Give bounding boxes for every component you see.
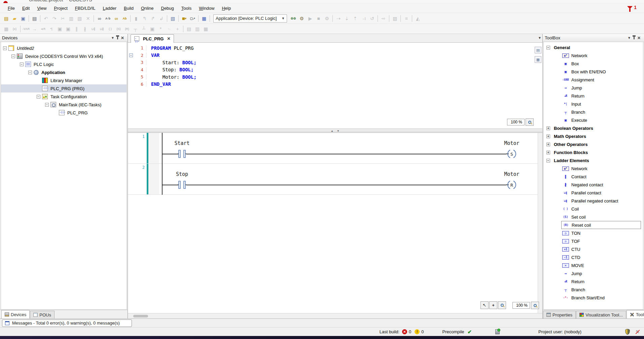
section-expander-icon[interactable]: − <box>546 46 550 49</box>
tab-close-icon[interactable]: ✕ <box>166 36 170 41</box>
zoom-tool-button[interactable] <box>498 301 506 309</box>
ladder-contact[interactable] <box>178 180 186 191</box>
menu-item-view[interactable]: View <box>33 4 50 12</box>
build-icon[interactable]: ▦ <box>200 14 208 23</box>
tree-item-task-configuration[interactable]: −Task Configuration <box>1 92 127 101</box>
replace-icon[interactable]: A·b <box>104 14 112 23</box>
toolbox-item-execute[interactable]: ▣Execute <box>561 116 641 124</box>
code-line[interactable]: 6END_VAR <box>128 81 542 88</box>
project-user-label[interactable]: Project user: (nobody) <box>538 329 581 334</box>
pan-tool-button[interactable]: + <box>489 301 497 309</box>
contact-variable-label[interactable]: Stop <box>176 171 188 177</box>
select-tool-button[interactable]: ↖ <box>480 301 489 309</box>
tree-item-application[interactable]: −Application <box>1 68 127 76</box>
menu-item-fbd-ld-il[interactable]: FBD/LD/IL <box>71 4 99 12</box>
toolbox-item-return[interactable]: ◄RReturn <box>561 92 641 100</box>
toolbox-item-parallel-negated-contact[interactable]: ⊔∦Parallel negated contact <box>561 197 641 205</box>
menu-item-debug[interactable]: Debug <box>157 4 178 12</box>
sidebar-tab-properties[interactable]: Properties <box>543 311 576 318</box>
ladder-editor[interactable]: 1StartSMotor2StopRMotor ↖ + 100 % <box>128 133 542 313</box>
toolbox-close-icon[interactable]: ✕ <box>636 35 642 41</box>
tree-item-maintask-iec-tasks[interactable]: −MainTask (IEC-Tasks) <box>1 101 127 109</box>
toolbox-section-ladder-elements[interactable]: −Ladder Elements <box>544 156 643 164</box>
section-expander-icon[interactable]: + <box>546 151 550 154</box>
paste-clipboard-icon[interactable]: ▧ <box>169 14 177 23</box>
tree-expander-icon[interactable]: − <box>11 54 15 58</box>
toolbox-item-reset-coil[interactable]: (R)Reset coil <box>561 221 641 229</box>
menu-item-tools[interactable]: Tools <box>178 4 195 12</box>
menu-item-file[interactable]: File <box>4 4 19 12</box>
toolbox-item-ctd[interactable]: -1CTD <box>561 253 641 261</box>
tree-item-library-manager[interactable]: Library Manager <box>1 76 127 84</box>
devices-close-icon[interactable]: ✕ <box>119 35 126 41</box>
save-project-icon[interactable]: ▣ <box>19 14 27 23</box>
toolbox-section-function-blocks[interactable]: +Function Blocks <box>544 148 643 156</box>
tree-item-plc-prg[interactable]: PLC_PRG <box>1 109 127 117</box>
toolbox-item-jump[interactable]: →Jump <box>561 84 641 92</box>
toolbox-item-parallel-contact[interactable]: ⊔∥Parallel contact <box>561 189 641 197</box>
menu-item-project[interactable]: Project <box>50 4 71 12</box>
messages-bar[interactable]: Messages - Total 0 error(s), 0 warning(s… <box>2 319 132 327</box>
toolbox-item-box-with-en-eno[interactable]: ▣Box with EN/ENO <box>561 68 641 76</box>
toolbox-item-negated-contact[interactable]: ∦Negated contact <box>561 181 641 189</box>
declaration-editor[interactable]: 1PROGRAM PLC_PRG−2VAR3 Start: BOOL;4 Sto… <box>128 43 542 129</box>
toolbox-item-box[interactable]: ▣Box <box>561 60 641 68</box>
decl-view-button[interactable]: ▤ <box>535 47 541 53</box>
tree-expander-icon[interactable]: − <box>28 71 32 74</box>
section-expander-icon[interactable]: + <box>546 143 550 146</box>
sidebar-tab-visualization-tool[interactable]: Visualization Tool... <box>576 311 626 318</box>
tab-list-dropdown-icon[interactable]: ▼ <box>538 36 541 40</box>
toolbox-item-network[interactable]: ▦*Network <box>561 164 641 173</box>
tree-item-device-codesys-control-win-v3-x64[interactable]: −Device (CODESYS Control Win V3 x64) <box>1 52 127 60</box>
toolbox-pin-icon[interactable] <box>634 36 635 39</box>
new-object-icon[interactable]: ▦▾ <box>180 14 188 23</box>
ladder-horizontal-scrollbar[interactable] <box>128 313 542 318</box>
toolbox-item-jump[interactable]: →Jump <box>561 269 641 277</box>
compile-status-icon[interactable] <box>495 329 500 334</box>
ladder-zoom-button[interactable] <box>531 302 539 309</box>
menu-item-help[interactable]: Help <box>218 4 235 12</box>
decl-options-button[interactable]: ▦ <box>535 56 541 63</box>
ladder-rung[interactable]: 1StartSMotor <box>128 133 542 164</box>
replace-in-project-icon[interactable]: Ab <box>120 14 129 23</box>
tree-expander-icon[interactable]: − <box>3 46 7 50</box>
menu-item-online[interactable]: Online <box>137 4 157 12</box>
section-expander-icon[interactable]: + <box>546 126 550 130</box>
tree-item-plc-prg-prg[interactable]: PLC_PRG (PRG) <box>1 84 127 92</box>
toolbox-item-ctu[interactable]: +1CTU <box>561 245 641 253</box>
editor-splitter[interactable]: ▲ ▼ <box>128 129 542 133</box>
menu-item-window[interactable]: Window <box>195 4 218 12</box>
code-line[interactable]: 5 Motor: BOOL; <box>128 73 542 81</box>
scrollbar-thumb[interactable] <box>133 315 148 317</box>
toolbox-item-branch[interactable]: ┬Branch <box>561 286 641 294</box>
notification-area[interactable]: 1 <box>627 5 637 10</box>
code-line[interactable]: −2VAR <box>128 52 542 59</box>
edit-object-icon[interactable]: ▢↗ <box>188 14 197 23</box>
code-line[interactable]: 1PROGRAM PLC_PRG <box>128 44 542 52</box>
code-line[interactable]: 4 Stop: BOOL; <box>128 66 542 74</box>
toolbox-item-contact[interactable]: ∥Contact <box>561 173 641 181</box>
menu-item-build[interactable]: Build <box>120 4 137 12</box>
sidebar-tab-toolbox[interactable]: ToolBox <box>627 310 644 318</box>
logout-icon[interactable]: ⚙ <box>297 14 306 23</box>
ladder-coil-r[interactable]: R <box>506 180 517 191</box>
login-icon[interactable]: ⚙⚙ <box>289 14 297 23</box>
toolbox-item-ton[interactable]: ◷TON <box>561 229 641 237</box>
toolbox-item-assignment[interactable]: -VARAssignment <box>561 76 641 84</box>
new-project-icon[interactable]: ▤ <box>2 14 10 23</box>
coil-variable-label[interactable]: Motor <box>504 171 519 177</box>
toolbox-section-general[interactable]: −General <box>544 43 643 51</box>
find-icon[interactable]: ∞ <box>95 14 104 23</box>
toolbox-item-tof[interactable]: ◶TOF <box>561 237 641 245</box>
menu-item-edit[interactable]: Edit <box>19 4 33 12</box>
section-expander-icon[interactable]: − <box>546 159 550 162</box>
tab-plc-prg[interactable]: PLC_PRG ✕ <box>131 34 174 43</box>
code-line[interactable]: 3 Start: BOOL; <box>128 59 542 66</box>
toolbox-dropdown-icon[interactable]: ▼ <box>626 35 632 41</box>
find-in-project-icon[interactable]: ∞ <box>112 14 120 23</box>
print-icon[interactable]: ▤ <box>30 14 39 23</box>
tree-item-untitled2[interactable]: −Untitled2 <box>1 44 127 52</box>
toolbox-item-input[interactable]: *|Input <box>561 100 641 108</box>
toolbox-section-other-operators[interactable]: +Other Operators <box>544 140 643 148</box>
toolbox-item-return[interactable]: ◄RReturn <box>561 277 641 286</box>
